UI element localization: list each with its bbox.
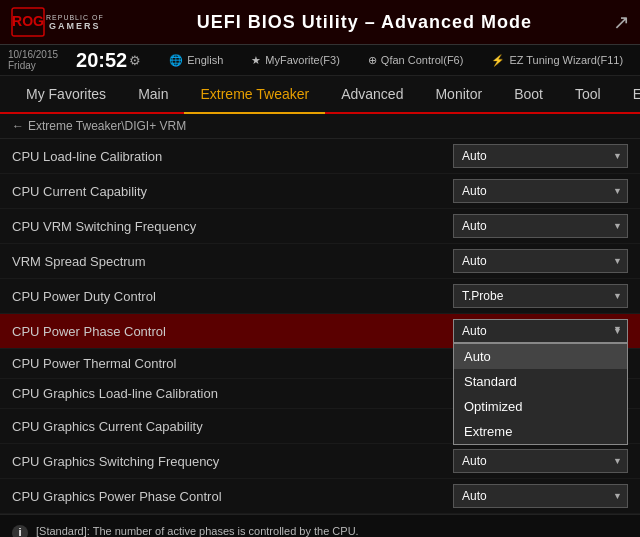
cpu-graphics-switching-freq-label: CPU Graphics Switching Frequency [12, 454, 453, 469]
day-display: Friday [8, 60, 58, 71]
nav-exit[interactable]: Exit [617, 76, 640, 112]
cpu-power-duty-value[interactable]: T.Probe [453, 284, 628, 308]
language-label: English [187, 54, 223, 66]
row-cpu-load-line: CPU Load-line Calibration Auto [0, 139, 640, 174]
dropdown-option-standard[interactable]: Standard [454, 369, 627, 394]
info-line-1: [Standard]: The number of active phases … [36, 525, 359, 537]
cpu-graphics-power-phase-label: CPU Graphics Power Phase Control [12, 489, 453, 504]
info-icon: i [12, 525, 28, 537]
info-text: [Standard]: The number of active phases … [36, 523, 628, 537]
logo-text: REPUBLIC OF GAMERS [46, 14, 104, 31]
cpu-power-phase-btn[interactable]: Auto ▼ [453, 319, 628, 343]
favorite-icon: ★ [251, 54, 261, 67]
settings-gear-icon[interactable]: ⚙ [129, 53, 141, 68]
bios-title: UEFI BIOS Utility – Advanced Mode [116, 12, 613, 33]
breadcrumb-path: Extreme Tweaker\DIGI+ VRM [28, 119, 186, 133]
qfan-icon: ⊕ [368, 54, 377, 67]
myfavorite-label: MyFavorite(F3) [265, 54, 340, 66]
cpu-load-line-label: CPU Load-line Calibration [12, 149, 453, 164]
row-cpu-current-cap: CPU Current Capability Auto [0, 174, 640, 209]
cpu-graphics-load-line-label: CPU Graphics Load-line Calibration [12, 386, 453, 401]
date-display: 10/16/2015 [8, 49, 58, 60]
vrm-spread-select[interactable]: Auto [453, 249, 628, 273]
cpu-power-phase-selected: Auto [462, 324, 487, 338]
nav-monitor[interactable]: Monitor [419, 76, 498, 112]
rog-logo: ROG [10, 6, 46, 38]
cpu-graphics-switching-freq-select[interactable]: Auto [453, 449, 628, 473]
row-vrm-spread: VRM Spread Spectrum Auto [0, 244, 640, 279]
nav-main[interactable]: Main [122, 76, 184, 112]
nav-tool[interactable]: Tool [559, 76, 617, 112]
cpu-current-cap-select[interactable]: Auto [453, 179, 628, 203]
cpu-power-thermal-label: CPU Power Thermal Control [12, 356, 453, 371]
datetime-display: 10/16/2015 Friday [8, 49, 58, 71]
dropdown-option-extreme[interactable]: Extreme [454, 419, 627, 444]
time-display: 20:52 [76, 50, 127, 70]
back-arrow-icon[interactable]: ← [12, 119, 24, 133]
settings-content: CPU Load-line Calibration Auto CPU Curre… [0, 139, 640, 514]
vrm-spread-label: VRM Spread Spectrum [12, 254, 453, 269]
cpu-vrm-freq-value[interactable]: Auto [453, 214, 628, 238]
language-icon: 🌐 [169, 54, 183, 67]
breadcrumb: ← Extreme Tweaker\DIGI+ VRM [0, 114, 640, 139]
cpu-load-line-select[interactable]: Auto [453, 144, 628, 168]
cpu-graphics-power-phase-select[interactable]: Auto [453, 484, 628, 508]
cpu-power-phase-label: CPU Power Phase Control [12, 324, 453, 339]
ez-tuning-icon: ⚡ [491, 54, 505, 67]
qfan-label: Qfan Control(F6) [381, 54, 464, 66]
cpu-power-phase-dropdown[interactable]: Auto ▼ Auto Standard Optimized Extreme [453, 319, 628, 343]
toolbar-myfavorite[interactable]: ★ MyFavorite(F3) [251, 54, 340, 67]
row-cpu-power-duty: CPU Power Duty Control T.Probe [0, 279, 640, 314]
time-area: 20:52 ⚙ [76, 50, 141, 70]
vrm-spread-value[interactable]: Auto [453, 249, 628, 273]
toolbar-ez-tuning[interactable]: ⚡ EZ Tuning Wizard(F11) [491, 54, 623, 67]
cpu-load-line-value[interactable]: Auto [453, 144, 628, 168]
cpu-vrm-freq-select[interactable]: Auto [453, 214, 628, 238]
toolbar-qfan[interactable]: ⊕ Qfan Control(F6) [368, 54, 464, 67]
cpu-power-phase-menu: Auto Standard Optimized Extreme [453, 343, 628, 445]
cpu-power-duty-select[interactable]: T.Probe [453, 284, 628, 308]
nav-advanced[interactable]: Advanced [325, 76, 419, 112]
svg-text:ROG: ROG [12, 13, 44, 29]
nav-bar: My Favorites Main Extreme Tweaker Advanc… [0, 76, 640, 114]
row-cpu-graphics-power-phase: CPU Graphics Power Phase Control Auto [0, 479, 640, 514]
row-cpu-graphics-switching-freq: CPU Graphics Switching Frequency Auto [0, 444, 640, 479]
ez-tuning-label: EZ Tuning Wizard(F11) [509, 54, 623, 66]
nav-boot[interactable]: Boot [498, 76, 559, 112]
cpu-graphics-switching-freq-value[interactable]: Auto [453, 449, 628, 473]
row-cpu-vrm-freq: CPU VRM Switching Frequency Auto [0, 209, 640, 244]
toolbar: 10/16/2015 Friday 20:52 ⚙ 🌐 English ★ My… [0, 45, 640, 76]
cursor-icon: ↗ [613, 10, 630, 34]
cpu-graphics-current-cap-label: CPU Graphics Current Capability [12, 419, 453, 434]
dropdown-arrow-icon: ▼ [613, 326, 622, 336]
header: ROG REPUBLIC OF GAMERS UEFI BIOS Utility… [0, 0, 640, 45]
row-cpu-power-phase: CPU Power Phase Control Auto ▼ Auto Stan… [0, 314, 640, 349]
cpu-current-cap-label: CPU Current Capability [12, 184, 453, 199]
info-panel: i [Standard]: The number of active phase… [0, 514, 640, 537]
nav-my-favorites[interactable]: My Favorites [10, 76, 122, 112]
cpu-current-cap-value[interactable]: Auto [453, 179, 628, 203]
nav-extreme-tweaker[interactable]: Extreme Tweaker [184, 76, 325, 114]
dropdown-option-auto[interactable]: Auto [454, 344, 627, 369]
dropdown-option-optimized[interactable]: Optimized [454, 394, 627, 419]
cpu-vrm-freq-label: CPU VRM Switching Frequency [12, 219, 453, 234]
cpu-graphics-power-phase-value[interactable]: Auto [453, 484, 628, 508]
cpu-power-duty-label: CPU Power Duty Control [12, 289, 453, 304]
toolbar-language[interactable]: 🌐 English [169, 54, 223, 67]
